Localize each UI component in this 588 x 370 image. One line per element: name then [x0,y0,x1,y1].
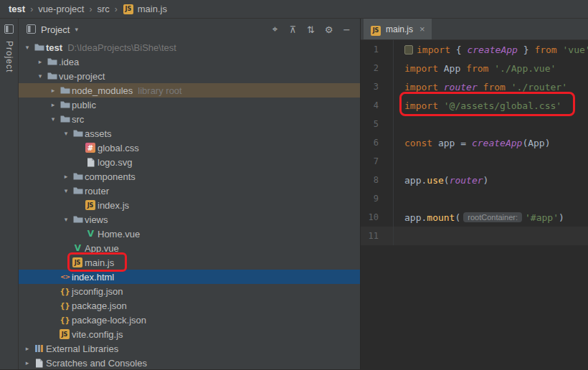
code-editor[interactable]: 1import { createApp } from 'vue'2import … [361,40,588,369]
code-line-10[interactable]: 10app.mount(rootContainer:'#app') [361,208,588,227]
code-text: import router from './router' [394,82,567,92]
project-tool-window-icon[interactable] [3,23,15,36]
tree-item-logo.svg[interactable]: logo.svg [19,155,360,169]
folder-icon [72,185,84,196]
tree-item-Scratches and Consoles[interactable]: ▸Scratches and Consoles [19,356,360,369]
chevron-down-icon[interactable]: ▾ [60,216,72,223]
chevron-down-icon[interactable]: ▾ [47,115,59,123]
tree-item-package.json[interactable]: {}package.json [19,298,360,313]
code-line-4[interactable]: 4import '@/assets/global.css' [361,96,588,115]
line-number[interactable]: 5 [361,115,394,133]
chevron-right-icon[interactable]: ▸ [60,173,72,180]
token: ( [444,175,450,186]
tree-item-package-lock.json[interactable]: {}package-lock.json [19,313,360,327]
expand-collapse-icon[interactable]: ⇅ [302,24,320,35]
code-line-6[interactable]: 6const app = createApp(App) [361,133,588,152]
editor-tab-main-js[interactable]: JS main.js × [364,19,432,39]
project-panel-title: Project [41,24,70,35]
tree-item-label: public [72,100,96,110]
project-tool-window-label[interactable]: Project [4,41,14,72]
settings-icon[interactable]: ⚙ [320,24,338,35]
line-number[interactable]: 4 [361,96,394,115]
chevron-right-icon[interactable]: ▸ [22,345,33,352]
tree-item-views[interactable]: ▾views [19,212,360,227]
chevron-down-icon[interactable]: ▾ [60,187,72,194]
hide-icon[interactable]: − [338,24,356,35]
line-number[interactable]: 6 [361,133,394,152]
chevron-right-icon[interactable]: ▸ [47,87,59,94]
tree-item-node_modules[interactable]: ▸node_moduleslibrary root [19,83,360,98]
tree-item-components[interactable]: ▸components [19,169,360,184]
code-line-3[interactable]: 3import router from './router' [361,77,588,96]
tree-item-label: Scratches and Consoles [46,358,147,369]
breadcrumb-item-vue-project[interactable]: vue-project [38,4,84,14]
tree-item-assets[interactable]: ▾assets [19,126,360,141]
vue-icon: V [85,228,97,239]
line-number[interactable]: 10 [361,208,394,227]
line-number[interactable]: 7 [361,152,394,171]
token: . [421,175,427,186]
token [557,44,563,55]
token: ) [559,212,564,223]
breadcrumb-item-main.js[interactable]: JSmain.js [123,4,167,14]
token [478,82,483,92]
js-icon: JS [371,26,381,36]
css-icon: # [85,143,95,153]
code-line-7[interactable]: 7 [361,152,588,171]
chevron-down-icon[interactable]: ▾ [22,44,33,51]
chevron-right-icon[interactable]: ▸ [47,101,59,108]
line-number[interactable]: 2 [361,59,394,77]
token: createApp [467,44,517,55]
close-icon[interactable]: × [419,24,425,34]
chevron-right-icon[interactable]: ▸ [34,58,46,65]
tree-item-jsconfig.json[interactable]: {}jsconfig.json [19,284,360,298]
tree-item-App.vue[interactable]: VApp.vue [19,241,360,255]
breadcrumb-item-src[interactable]: src [97,4,109,14]
line-number[interactable]: 3 [361,77,394,96]
locate-icon[interactable]: ⌖ [266,24,284,35]
js-icon: JS [123,4,133,14]
tree-item-public[interactable]: ▸public [19,98,360,112]
tree-item-label: main.js [85,257,114,268]
project-tree: ▾testD:\IdeaProjects\BiShe\test▸.idea▾vu… [19,40,360,369]
code-line-8[interactable]: 8app.use(router) [361,171,588,189]
line-number[interactable]: 11 [361,227,394,245]
tree-item-test[interactable]: ▾testD:\IdeaProjects\BiShe\test [19,40,360,54]
code-line-1[interactable]: 1import { createApp } from 'vue' [361,40,588,59]
tree-item-global.css[interactable]: #global.css [19,141,360,155]
code-text: import App from './App.vue' [394,63,556,74]
token: from [534,44,556,55]
code-line-11[interactable]: 11 [361,227,588,245]
code-line-9[interactable]: 9 [361,189,588,208]
line-number[interactable]: 1 [361,40,394,59]
tree-item-.idea[interactable]: ▸.idea [19,54,360,69]
tree-item-router[interactable]: ▾router [19,184,360,198]
tree-item-src[interactable]: ▾src [19,112,360,126]
token [438,100,444,111]
token: App [528,138,544,148]
tree-item-External Libraries[interactable]: ▸External Libraries [19,341,360,356]
token: const [404,138,432,148]
project-panel-header: Project ▾ ⌖⊼⇅⚙− [19,19,360,40]
chevron-down-icon: ▾ [75,26,78,33]
token: from [466,63,488,74]
breadcrumb-item-test[interactable]: test [9,4,25,14]
tree-item-main.js[interactable]: JSmain.js [19,255,360,270]
chevron-right-icon[interactable]: ▸ [22,359,33,366]
tree-item-index.html[interactable]: <>index.html [19,270,360,284]
tree-item-Home.vue[interactable]: VHome.vue [19,227,360,241]
main-area: Project Project ▾ ⌖⊼⇅⚙− ▾testD:\IdeaProj… [0,19,588,369]
tree-item-vite.config.js[interactable]: JSvite.config.js [19,327,360,341]
project-view-dropdown[interactable]: Project ▾ [25,23,78,36]
chevron-down-icon[interactable]: ▾ [34,72,46,80]
collapse-all-icon[interactable]: ⊼ [284,24,302,35]
tree-item-vue-project[interactable]: ▾vue-project [19,69,360,83]
tree-item-label: logo.svg [98,157,132,168]
chevron-down-icon[interactable]: ▾ [60,130,72,137]
code-line-2[interactable]: 2import App from './App.vue' [361,59,588,77]
lib-icon [33,343,45,354]
tree-item-index.js[interactable]: JSindex.js [19,198,360,212]
code-line-5[interactable]: 5 [361,115,588,133]
line-number[interactable]: 9 [361,189,394,208]
line-number[interactable]: 8 [361,171,394,189]
